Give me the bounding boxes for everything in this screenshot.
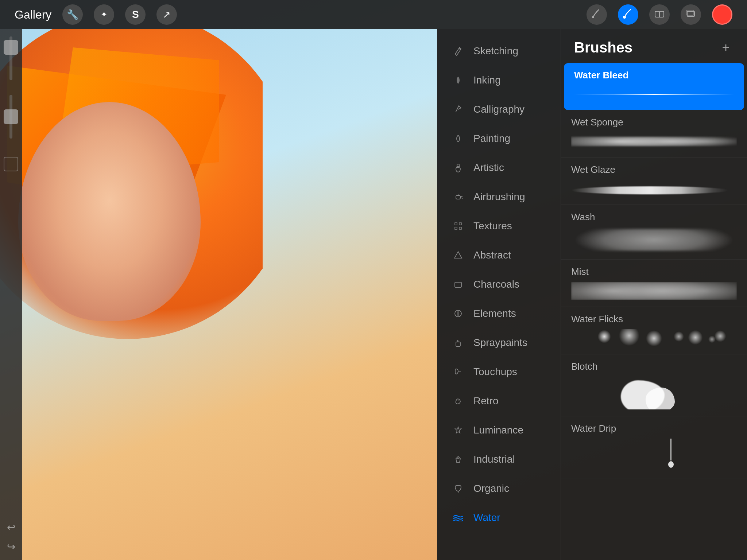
inking-label: Inking xyxy=(473,74,501,86)
wash-stroke xyxy=(571,229,737,251)
brush-item-wet-glaze[interactable]: Wet Glaze xyxy=(561,158,747,205)
inking-icon xyxy=(452,74,465,87)
opacity-slider[interactable] xyxy=(9,36,12,80)
opacity-slider-thumb[interactable] xyxy=(4,40,18,55)
water-flicks-preview xyxy=(571,329,737,347)
wet-sponge-stroke xyxy=(571,137,737,146)
selection-button[interactable]: S xyxy=(125,4,146,25)
category-item-textures[interactable]: Textures xyxy=(437,211,561,241)
svg-point-7 xyxy=(456,166,460,172)
abstract-label: Abstract xyxy=(473,249,511,261)
category-item-inking[interactable]: Inking xyxy=(437,66,561,95)
smudge-tool-button[interactable] xyxy=(618,4,638,25)
brush-item-water-bleed[interactable]: Water Bleed xyxy=(564,63,744,110)
category-item-sketching[interactable]: Sketching xyxy=(437,36,561,66)
category-item-painting[interactable]: Painting xyxy=(437,124,561,153)
square-tool[interactable] xyxy=(4,157,18,171)
water-label: Water xyxy=(473,512,500,524)
category-item-retro[interactable]: Retro xyxy=(437,386,561,416)
size-slider[interactable] xyxy=(9,95,12,139)
brush-item-water-flicks[interactable]: Water Flicks xyxy=(561,307,747,354)
category-item-luminance[interactable]: Luminance xyxy=(437,416,561,445)
svg-rect-14 xyxy=(459,227,461,229)
sketching-label: Sketching xyxy=(473,45,518,57)
layers-button[interactable] xyxy=(681,4,701,25)
svg-rect-8 xyxy=(457,164,459,168)
wrench-icon: 🔧 xyxy=(67,9,78,20)
color-picker[interactable] xyxy=(712,4,732,25)
touchups-label: Touchups xyxy=(473,366,517,378)
eraser-tool-button[interactable] xyxy=(649,4,670,25)
touchups-icon xyxy=(452,365,465,378)
mist-preview xyxy=(571,282,737,300)
brush-item-blotch[interactable]: Blotch xyxy=(561,354,747,416)
water-drip-name: Water Drip xyxy=(571,423,737,434)
wet-glaze-preview xyxy=(571,180,737,198)
category-item-spraypaints[interactable]: Spraypaints xyxy=(437,328,561,357)
spraypaints-label: Spraypaints xyxy=(473,337,527,349)
svg-marker-15 xyxy=(454,252,462,258)
svg-marker-21 xyxy=(455,427,461,433)
industrial-label: Industrial xyxy=(473,454,515,465)
undo-icon: ↩ xyxy=(7,522,15,533)
adjustments-button[interactable]: ✦ xyxy=(94,4,114,25)
add-brush-button[interactable]: + xyxy=(718,40,734,56)
svg-rect-16 xyxy=(455,282,461,287)
svg-point-0 xyxy=(592,16,594,18)
undo-button[interactable]: ↩ xyxy=(7,521,15,533)
gallery-button[interactable]: Gallery xyxy=(15,8,51,22)
brush-icon xyxy=(591,8,602,22)
layers-icon xyxy=(686,8,696,21)
artistic-icon xyxy=(452,161,465,174)
painting-label: Painting xyxy=(473,133,510,144)
category-list: Sketching Inking Calligraphy Painting Ar xyxy=(437,29,561,560)
category-item-elements[interactable]: Elements xyxy=(437,299,561,328)
brush-tool-button[interactable] xyxy=(587,4,607,25)
wet-glaze-stroke xyxy=(571,186,728,194)
mist-stroke xyxy=(571,282,737,300)
category-item-charcoals[interactable]: Charcoals xyxy=(437,270,561,299)
category-item-organic[interactable]: Organic xyxy=(437,474,561,503)
category-item-abstract[interactable]: Abstract xyxy=(437,241,561,270)
category-item-touchups[interactable]: Touchups xyxy=(437,357,561,386)
toolbar-right xyxy=(587,4,732,25)
adjustments-icon: ✦ xyxy=(101,10,107,19)
wrench-button[interactable]: 🔧 xyxy=(62,4,83,25)
toolbar-left: Gallery 🔧 ✦ S ↗ xyxy=(15,4,177,25)
elements-label: Elements xyxy=(473,308,516,319)
category-item-industrial[interactable]: Industrial xyxy=(437,445,561,474)
blotch-name: Blotch xyxy=(571,361,737,372)
brush-item-water-drip[interactable]: Water Drip xyxy=(561,416,747,478)
transform-button[interactable]: ↗ xyxy=(156,4,177,25)
transform-icon: ↗ xyxy=(163,9,171,20)
abstract-icon xyxy=(452,249,465,262)
airbrushing-icon xyxy=(452,190,465,203)
sketching-icon xyxy=(452,44,465,58)
svg-rect-4 xyxy=(687,11,694,16)
selection-icon: S xyxy=(132,9,139,20)
redo-button[interactable]: ↪ xyxy=(7,541,15,553)
wet-glaze-name: Wet Glaze xyxy=(571,164,737,175)
brush-item-wet-sponge[interactable]: Wet Sponge xyxy=(561,110,747,158)
brush-item-wash[interactable]: Wash xyxy=(561,205,747,260)
wash-name: Wash xyxy=(571,211,737,223)
size-slider-thumb[interactable] xyxy=(4,109,18,124)
svg-point-1 xyxy=(623,16,626,19)
category-item-water[interactable]: Water xyxy=(437,503,561,532)
calligraphy-icon xyxy=(452,103,465,116)
category-item-artistic[interactable]: Artistic xyxy=(437,153,561,182)
organic-icon xyxy=(452,482,465,495)
blotch-preview xyxy=(571,377,737,409)
water-bleed-name: Water Bleed xyxy=(574,70,734,81)
category-item-calligraphy[interactable]: Calligraphy xyxy=(437,95,561,124)
painting-icon xyxy=(452,132,465,145)
water-bleed-stroke xyxy=(574,94,734,95)
organic-label: Organic xyxy=(473,483,509,494)
brush-item-mist[interactable]: Mist xyxy=(561,260,747,307)
artistic-label: Artistic xyxy=(473,162,504,174)
redo-icon: ↪ xyxy=(7,541,15,552)
wash-preview xyxy=(571,227,737,253)
category-item-airbrushing[interactable]: Airbrushing xyxy=(437,182,561,211)
brush-list: Brushes + Water Bleed Wet Sponge Wet Gla… xyxy=(561,29,747,560)
textures-label: Textures xyxy=(473,220,512,232)
